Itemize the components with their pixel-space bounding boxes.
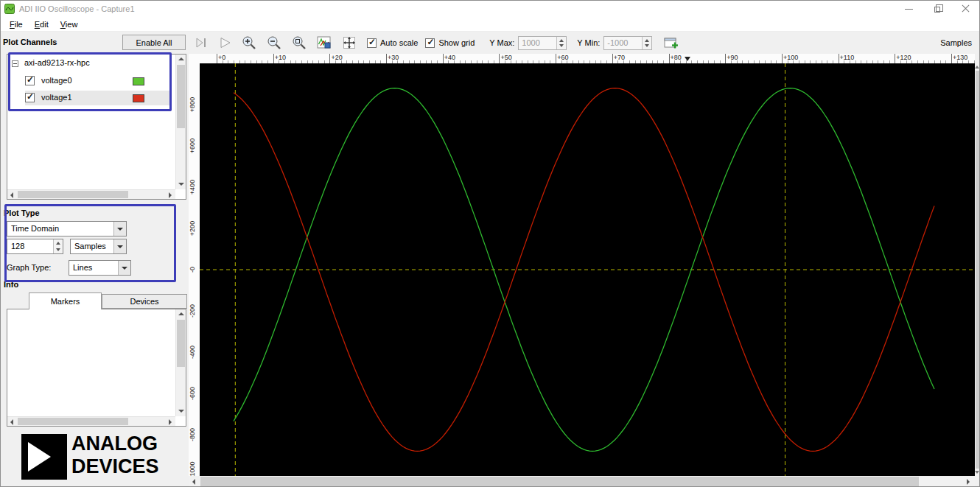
snapshot-button[interactable] bbox=[317, 36, 332, 49]
plot-hscrollbar[interactable] bbox=[189, 476, 975, 487]
ruler-tick bbox=[556, 54, 556, 63]
tab-devices[interactable]: Devices bbox=[102, 294, 187, 309]
close-icon bbox=[961, 8, 970, 9]
waveform-canvas[interactable] bbox=[200, 63, 975, 476]
device-tree-node[interactable]: axi-ad9213-rx-hpc bbox=[10, 58, 172, 71]
scrollbar-thumb[interactable] bbox=[976, 71, 980, 469]
channel-row-voltage0[interactable]: voltage0 bbox=[25, 74, 171, 88]
y-axis-label: -200 bbox=[189, 296, 199, 326]
scrollbar-thumb[interactable] bbox=[177, 320, 185, 367]
scrollbar-thumb[interactable] bbox=[200, 477, 919, 487]
jump-to-end-button[interactable] bbox=[195, 37, 208, 49]
scroll-up-icon[interactable] bbox=[176, 55, 186, 64]
channel-row-voltage1[interactable]: voltage1 bbox=[25, 91, 171, 105]
plot-area[interactable] bbox=[200, 63, 975, 476]
y-axis-label: +200 bbox=[189, 214, 199, 243]
graph-type-dropdown[interactable]: Lines bbox=[69, 260, 131, 276]
channel-list-hscrollbar[interactable] bbox=[7, 189, 175, 199]
channel-checkbox-voltage1[interactable] bbox=[25, 93, 35, 102]
ruler-tick bbox=[612, 54, 613, 63]
scroll-up-icon[interactable] bbox=[975, 63, 980, 71]
ruler-tick bbox=[895, 54, 895, 63]
zoom-fit-button[interactable] bbox=[292, 35, 307, 50]
sample-count-value: 128 bbox=[11, 242, 24, 250]
scroll-left-icon[interactable] bbox=[189, 476, 200, 487]
collapse-icon[interactable] bbox=[12, 60, 18, 67]
ruler-tick-label: +120 bbox=[896, 54, 911, 61]
scroll-down-icon[interactable] bbox=[176, 180, 186, 189]
ruler-tick bbox=[217, 54, 217, 63]
y-axis-label: +600 bbox=[189, 131, 199, 161]
chevron-down-icon[interactable] bbox=[113, 239, 126, 253]
ruler-tick-label: +20 bbox=[331, 54, 342, 61]
ruler-tick bbox=[725, 54, 726, 63]
plot-type-dropdown[interactable]: Time Domain bbox=[7, 221, 127, 237]
plot-toolbar: Auto scale Show grid Y Max: 1000 Y Min: … bbox=[189, 32, 980, 54]
auto-scale-toggle[interactable]: Auto scale bbox=[367, 38, 418, 48]
restore-button[interactable] bbox=[923, 1, 951, 17]
scroll-right-icon[interactable] bbox=[963, 476, 975, 487]
tab-markers[interactable]: Markers bbox=[29, 292, 102, 309]
ruler-tick bbox=[669, 54, 670, 63]
new-plot-button[interactable] bbox=[664, 36, 679, 49]
adi-triangle-icon bbox=[28, 442, 51, 472]
main-region: Auto scale Show grid Y Max: 1000 Y Min: … bbox=[189, 32, 980, 487]
sample-unit-dropdown[interactable]: Samples bbox=[70, 239, 127, 254]
markers-hscrollbar[interactable] bbox=[7, 416, 175, 426]
sample-count-spinner[interactable]: 128 bbox=[7, 239, 63, 254]
y-max-label: Y Max: bbox=[489, 38, 514, 47]
ruler-tick-label: +100 bbox=[783, 54, 798, 61]
channel-color-swatch-voltage1[interactable] bbox=[133, 94, 144, 102]
channel-checkbox-voltage0[interactable] bbox=[25, 76, 35, 85]
scroll-right-icon[interactable] bbox=[166, 417, 175, 426]
ruler-tick bbox=[951, 54, 952, 63]
channel-name-voltage1: voltage1 bbox=[41, 93, 72, 102]
markers-vscrollbar[interactable] bbox=[175, 309, 186, 416]
markers-panel bbox=[7, 309, 186, 427]
scrollbar-thumb[interactable] bbox=[18, 418, 128, 425]
ruler-tick-label: +50 bbox=[500, 54, 511, 61]
plot-channels-label: Plot Channels bbox=[3, 38, 57, 46]
minimize-button[interactable] bbox=[895, 1, 923, 17]
sample-unit-value: Samples bbox=[74, 242, 106, 250]
scroll-up-icon[interactable] bbox=[176, 309, 186, 319]
info-label: Info bbox=[4, 280, 18, 289]
menu-file[interactable]: File bbox=[4, 18, 29, 30]
chevron-down-icon[interactable] bbox=[118, 261, 130, 275]
show-grid-toggle[interactable]: Show grid bbox=[425, 38, 475, 48]
y-axis-label: -0 bbox=[189, 255, 199, 284]
adi-logo-line1: ANALOG bbox=[71, 432, 159, 455]
scroll-left-icon[interactable] bbox=[7, 190, 17, 199]
y-axis-label: -800 bbox=[189, 420, 199, 449]
scroll-left-icon[interactable] bbox=[7, 417, 17, 426]
channel-list-vscrollbar[interactable] bbox=[175, 55, 186, 189]
y-min-field[interactable]: -1000 bbox=[603, 36, 652, 50]
menu-edit[interactable]: Edit bbox=[29, 18, 55, 30]
ruler-tick bbox=[782, 54, 783, 63]
enable-all-button[interactable]: Enable All bbox=[122, 35, 186, 50]
play-button[interactable] bbox=[218, 37, 231, 49]
plot-vscrollbar[interactable] bbox=[975, 63, 980, 476]
x-ruler[interactable]: +0+10+20+30+40+50+60+70+80+90+100+110+12… bbox=[200, 54, 975, 63]
spinner-arrows-icon[interactable] bbox=[53, 239, 63, 253]
menu-view[interactable]: View bbox=[55, 18, 84, 30]
y-axis: +800+600+400+200-0-200-400-600-800-1000 bbox=[189, 63, 200, 476]
scroll-right-icon[interactable] bbox=[166, 190, 175, 199]
spinner-arrows-icon[interactable] bbox=[556, 37, 566, 49]
scrollbar-thumb[interactable] bbox=[177, 65, 185, 128]
scroll-down-icon[interactable] bbox=[176, 407, 186, 416]
auto-scale-checkbox[interactable] bbox=[367, 38, 377, 48]
spinner-arrows-icon[interactable] bbox=[642, 37, 651, 49]
chevron-down-icon[interactable] bbox=[113, 222, 126, 236]
scrollbar-thumb[interactable] bbox=[18, 191, 128, 198]
pan-button[interactable] bbox=[342, 35, 357, 50]
scroll-down-icon[interactable] bbox=[975, 469, 980, 476]
show-grid-checkbox[interactable] bbox=[425, 38, 435, 48]
zoom-out-button[interactable] bbox=[267, 35, 281, 50]
zoom-in-button[interactable] bbox=[242, 35, 256, 50]
auto-scale-label: Auto scale bbox=[380, 38, 418, 47]
y-max-field[interactable]: 1000 bbox=[518, 36, 567, 50]
minimize-icon bbox=[905, 9, 913, 10]
channel-color-swatch-voltage0[interactable] bbox=[133, 77, 144, 85]
close-button[interactable] bbox=[951, 1, 979, 17]
